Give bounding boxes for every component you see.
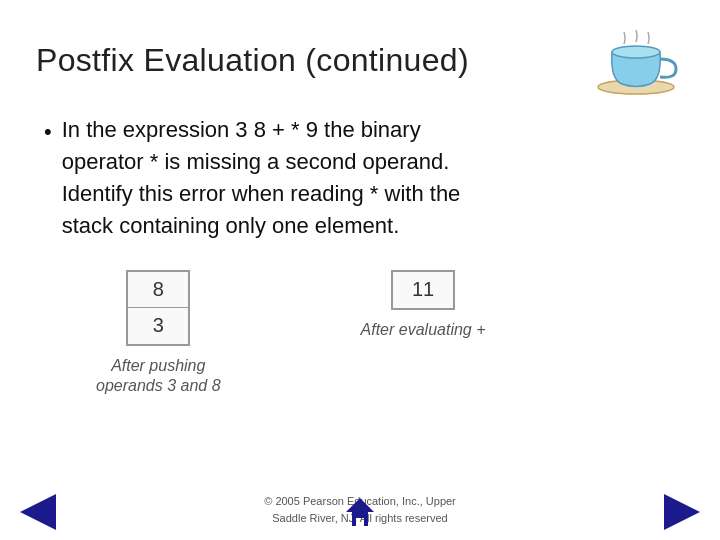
bullet-text: In the expression 3 8 + * 9 the binary o…	[62, 114, 461, 242]
stack1-cell-top: 8	[128, 272, 188, 308]
bullet-line4: stack containing only one element.	[62, 213, 400, 238]
slide-title: Postfix Evaluation (continued)	[36, 42, 469, 79]
footer-line2: Saddle River, NJ. All rights reserved	[272, 512, 447, 524]
stack2-box: 11	[391, 270, 455, 310]
cup-icon	[594, 24, 684, 96]
diagram1-label-line2: operands 3 and 8	[96, 377, 221, 394]
svg-point-1	[612, 46, 660, 58]
diagram2-label-line1: After evaluating +	[361, 321, 486, 338]
stack1-cell-bottom: 3	[128, 308, 188, 344]
footer: © 2005 Pearson Education, Inc., Upper Sa…	[0, 493, 720, 526]
footer-line1: © 2005 Pearson Education, Inc., Upper	[264, 495, 456, 507]
bullet-dot: •	[44, 116, 52, 148]
bullet-item: • In the expression 3 8 + * 9 the binary…	[44, 114, 684, 242]
stack1-box: 8 3	[126, 270, 190, 346]
diagram2-label: After evaluating +	[361, 320, 486, 341]
bullet-line3: Identify this error when reading * with …	[62, 181, 461, 206]
title-row: Postfix Evaluation (continued)	[36, 24, 684, 96]
slide: Postfix Evaluation (continued) • In the …	[0, 0, 720, 540]
diagram2: 11 After evaluating +	[361, 270, 486, 341]
bullet-line1: In the expression 3 8 + * 9 the binary	[62, 117, 421, 142]
diagrams-row: 8 3 After pushing operands 3 and 8 11 Af…	[96, 270, 684, 398]
bullet-content: • In the expression 3 8 + * 9 the binary…	[44, 114, 684, 242]
stack2-cell: 11	[393, 272, 453, 308]
diagram1-label-line1: After pushing	[111, 357, 205, 374]
diagram1-label: After pushing operands 3 and 8	[96, 356, 221, 398]
bullet-line2: operator * is missing a second operand.	[62, 149, 450, 174]
diagram1: 8 3 After pushing operands 3 and 8	[96, 270, 221, 398]
